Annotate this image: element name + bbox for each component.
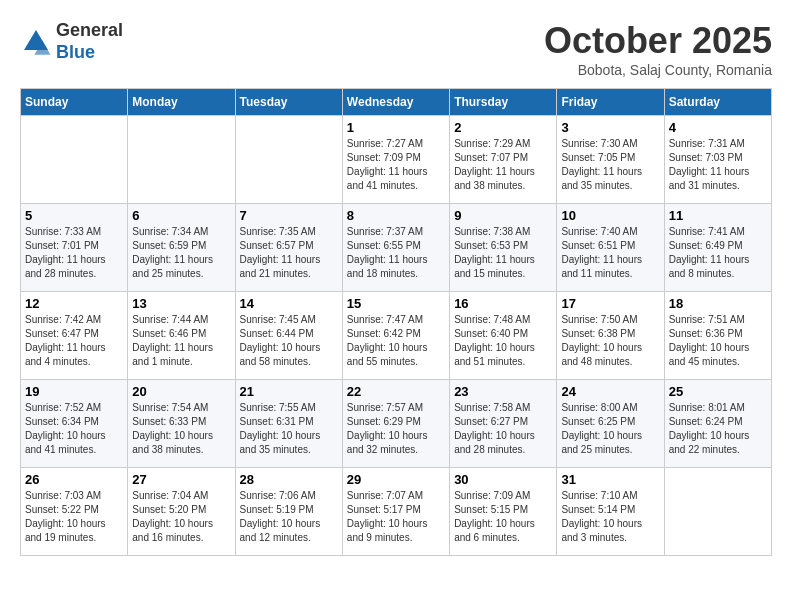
calendar-cell [128,116,235,204]
calendar-cell: 16Sunrise: 7:48 AM Sunset: 6:40 PM Dayli… [450,292,557,380]
calendar-cell: 22Sunrise: 7:57 AM Sunset: 6:29 PM Dayli… [342,380,449,468]
weekday-header-wednesday: Wednesday [342,89,449,116]
calendar-cell: 28Sunrise: 7:06 AM Sunset: 5:19 PM Dayli… [235,468,342,556]
day-number: 12 [25,296,123,311]
weekday-header-friday: Friday [557,89,664,116]
logo-general: General [56,20,123,42]
day-info: Sunrise: 7:03 AM Sunset: 5:22 PM Dayligh… [25,489,123,545]
day-info: Sunrise: 7:41 AM Sunset: 6:49 PM Dayligh… [669,225,767,281]
day-number: 17 [561,296,659,311]
day-info: Sunrise: 8:01 AM Sunset: 6:24 PM Dayligh… [669,401,767,457]
day-number: 4 [669,120,767,135]
title-block: October 2025 Bobota, Salaj County, Roman… [544,20,772,78]
day-info: Sunrise: 7:04 AM Sunset: 5:20 PM Dayligh… [132,489,230,545]
day-number: 8 [347,208,445,223]
week-row-2: 5Sunrise: 7:33 AM Sunset: 7:01 PM Daylig… [21,204,772,292]
calendar-table: SundayMondayTuesdayWednesdayThursdayFrid… [20,88,772,556]
day-number: 26 [25,472,123,487]
calendar-cell: 9Sunrise: 7:38 AM Sunset: 6:53 PM Daylig… [450,204,557,292]
day-info: Sunrise: 7:37 AM Sunset: 6:55 PM Dayligh… [347,225,445,281]
day-info: Sunrise: 7:50 AM Sunset: 6:38 PM Dayligh… [561,313,659,369]
day-info: Sunrise: 7:44 AM Sunset: 6:46 PM Dayligh… [132,313,230,369]
day-info: Sunrise: 7:31 AM Sunset: 7:03 PM Dayligh… [669,137,767,193]
calendar-cell: 15Sunrise: 7:47 AM Sunset: 6:42 PM Dayli… [342,292,449,380]
calendar-cell: 5Sunrise: 7:33 AM Sunset: 7:01 PM Daylig… [21,204,128,292]
day-number: 29 [347,472,445,487]
calendar-cell: 4Sunrise: 7:31 AM Sunset: 7:03 PM Daylig… [664,116,771,204]
weekday-header-saturday: Saturday [664,89,771,116]
day-info: Sunrise: 7:48 AM Sunset: 6:40 PM Dayligh… [454,313,552,369]
day-number: 14 [240,296,338,311]
day-number: 2 [454,120,552,135]
calendar-cell: 8Sunrise: 7:37 AM Sunset: 6:55 PM Daylig… [342,204,449,292]
logo-blue: Blue [56,42,123,64]
calendar-cell: 13Sunrise: 7:44 AM Sunset: 6:46 PM Dayli… [128,292,235,380]
logo-icon [20,26,52,58]
day-info: Sunrise: 7:33 AM Sunset: 7:01 PM Dayligh… [25,225,123,281]
day-info: Sunrise: 7:09 AM Sunset: 5:15 PM Dayligh… [454,489,552,545]
calendar-cell: 14Sunrise: 7:45 AM Sunset: 6:44 PM Dayli… [235,292,342,380]
week-row-5: 26Sunrise: 7:03 AM Sunset: 5:22 PM Dayli… [21,468,772,556]
day-info: Sunrise: 7:57 AM Sunset: 6:29 PM Dayligh… [347,401,445,457]
logo: General Blue [20,20,123,63]
day-number: 11 [669,208,767,223]
location-subtitle: Bobota, Salaj County, Romania [544,62,772,78]
day-number: 16 [454,296,552,311]
calendar-cell: 25Sunrise: 8:01 AM Sunset: 6:24 PM Dayli… [664,380,771,468]
weekday-header-sunday: Sunday [21,89,128,116]
calendar-cell: 20Sunrise: 7:54 AM Sunset: 6:33 PM Dayli… [128,380,235,468]
day-number: 23 [454,384,552,399]
day-number: 10 [561,208,659,223]
day-info: Sunrise: 7:07 AM Sunset: 5:17 PM Dayligh… [347,489,445,545]
calendar-cell: 31Sunrise: 7:10 AM Sunset: 5:14 PM Dayli… [557,468,664,556]
calendar-cell [21,116,128,204]
day-number: 30 [454,472,552,487]
day-number: 25 [669,384,767,399]
day-number: 15 [347,296,445,311]
calendar-cell: 27Sunrise: 7:04 AM Sunset: 5:20 PM Dayli… [128,468,235,556]
day-number: 3 [561,120,659,135]
day-info: Sunrise: 7:40 AM Sunset: 6:51 PM Dayligh… [561,225,659,281]
calendar-cell: 23Sunrise: 7:58 AM Sunset: 6:27 PM Dayli… [450,380,557,468]
day-number: 22 [347,384,445,399]
day-info: Sunrise: 7:38 AM Sunset: 6:53 PM Dayligh… [454,225,552,281]
calendar-cell: 17Sunrise: 7:50 AM Sunset: 6:38 PM Dayli… [557,292,664,380]
day-number: 9 [454,208,552,223]
day-number: 21 [240,384,338,399]
calendar-cell: 1Sunrise: 7:27 AM Sunset: 7:09 PM Daylig… [342,116,449,204]
calendar-cell: 21Sunrise: 7:55 AM Sunset: 6:31 PM Dayli… [235,380,342,468]
day-info: Sunrise: 7:52 AM Sunset: 6:34 PM Dayligh… [25,401,123,457]
day-info: Sunrise: 7:35 AM Sunset: 6:57 PM Dayligh… [240,225,338,281]
calendar-cell: 30Sunrise: 7:09 AM Sunset: 5:15 PM Dayli… [450,468,557,556]
calendar-cell: 12Sunrise: 7:42 AM Sunset: 6:47 PM Dayli… [21,292,128,380]
day-number: 19 [25,384,123,399]
logo-text: General Blue [56,20,123,63]
calendar-cell: 7Sunrise: 7:35 AM Sunset: 6:57 PM Daylig… [235,204,342,292]
day-info: Sunrise: 7:29 AM Sunset: 7:07 PM Dayligh… [454,137,552,193]
weekday-header-row: SundayMondayTuesdayWednesdayThursdayFrid… [21,89,772,116]
day-info: Sunrise: 7:34 AM Sunset: 6:59 PM Dayligh… [132,225,230,281]
calendar-cell: 24Sunrise: 8:00 AM Sunset: 6:25 PM Dayli… [557,380,664,468]
week-row-4: 19Sunrise: 7:52 AM Sunset: 6:34 PM Dayli… [21,380,772,468]
day-info: Sunrise: 7:06 AM Sunset: 5:19 PM Dayligh… [240,489,338,545]
weekday-header-monday: Monday [128,89,235,116]
day-info: Sunrise: 7:58 AM Sunset: 6:27 PM Dayligh… [454,401,552,457]
weekday-header-thursday: Thursday [450,89,557,116]
day-info: Sunrise: 7:54 AM Sunset: 6:33 PM Dayligh… [132,401,230,457]
calendar-cell: 2Sunrise: 7:29 AM Sunset: 7:07 PM Daylig… [450,116,557,204]
calendar-cell [664,468,771,556]
day-number: 20 [132,384,230,399]
week-row-3: 12Sunrise: 7:42 AM Sunset: 6:47 PM Dayli… [21,292,772,380]
month-title: October 2025 [544,20,772,62]
day-info: Sunrise: 7:47 AM Sunset: 6:42 PM Dayligh… [347,313,445,369]
day-info: Sunrise: 7:30 AM Sunset: 7:05 PM Dayligh… [561,137,659,193]
day-number: 18 [669,296,767,311]
calendar-cell: 10Sunrise: 7:40 AM Sunset: 6:51 PM Dayli… [557,204,664,292]
day-number: 31 [561,472,659,487]
day-info: Sunrise: 7:55 AM Sunset: 6:31 PM Dayligh… [240,401,338,457]
page-header: General Blue October 2025 Bobota, Salaj … [20,20,772,78]
day-number: 27 [132,472,230,487]
weekday-header-tuesday: Tuesday [235,89,342,116]
calendar-cell: 3Sunrise: 7:30 AM Sunset: 7:05 PM Daylig… [557,116,664,204]
day-number: 1 [347,120,445,135]
